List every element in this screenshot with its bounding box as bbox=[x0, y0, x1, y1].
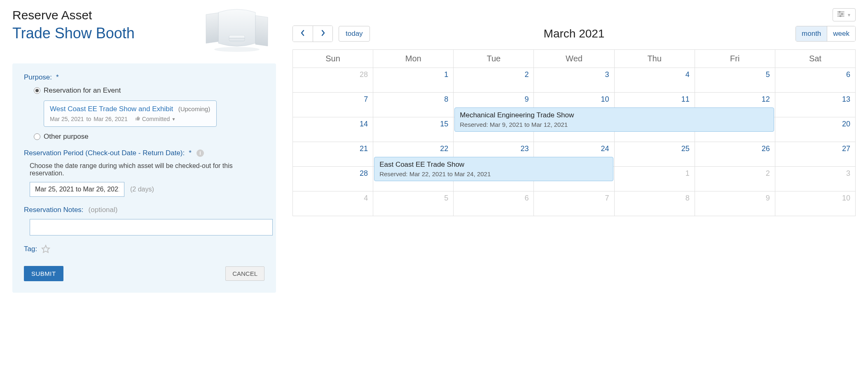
calendar-cell[interactable]: 5 bbox=[695, 68, 775, 93]
info-icon[interactable]: i bbox=[197, 149, 204, 157]
radio-icon bbox=[34, 87, 40, 94]
calendar-daynum: 4 bbox=[293, 191, 373, 205]
days-count: (2 days) bbox=[130, 186, 154, 193]
chevron-down-icon: ▼ bbox=[847, 13, 851, 17]
calendar-daynum: 25 bbox=[615, 142, 695, 156]
calendar-cell[interactable]: 1 bbox=[373, 68, 454, 93]
calendar-cell[interactable]: 8 bbox=[614, 191, 695, 216]
notes-input[interactable] bbox=[30, 219, 273, 235]
calendar-daynum: 10 bbox=[775, 191, 855, 205]
calendar-cell[interactable]: 7 bbox=[534, 191, 614, 216]
booth-image bbox=[198, 8, 276, 55]
svg-marker-6 bbox=[42, 245, 49, 252]
calendar-cell[interactable]: 8 bbox=[373, 93, 454, 117]
today-button[interactable]: today bbox=[339, 26, 370, 42]
calendar-cell[interactable]: 6 bbox=[775, 68, 855, 93]
calendar-cell[interactable]: 21 bbox=[293, 142, 373, 167]
calendar-event-sub: Reserved: Mar 9, 2021 to Mar 12, 2021 bbox=[460, 121, 769, 128]
calendar-event[interactable]: Mechanical Engineering Trade ShowReserve… bbox=[454, 107, 774, 132]
week-view-button[interactable]: week bbox=[827, 26, 855, 41]
event-status: (Upcoming) bbox=[178, 105, 211, 112]
calendar-daynum: 6 bbox=[775, 68, 855, 82]
calendar-day-header: Tue bbox=[454, 50, 534, 68]
calendar-cell[interactable]: 4 bbox=[614, 68, 695, 93]
calendar-daynum: 27 bbox=[775, 142, 855, 156]
calendar-day-header: Wed bbox=[534, 50, 614, 68]
asset-title: Trade Show Booth bbox=[12, 25, 135, 42]
calendar-cell[interactable]: 6 bbox=[454, 191, 534, 216]
sliders-icon bbox=[837, 11, 845, 19]
submit-button[interactable]: SUBMIT bbox=[24, 266, 63, 281]
calendar-daynum: 20 bbox=[775, 117, 855, 131]
calendar-cell[interactable]: 3 bbox=[775, 167, 855, 191]
svg-point-5 bbox=[214, 47, 260, 52]
calendar-cell[interactable]: 9 bbox=[695, 191, 775, 216]
notes-label: Reservation Notes: (optional) bbox=[24, 206, 264, 214]
calendar-daynum: 5 bbox=[373, 191, 453, 205]
calendar-daynum: 23 bbox=[454, 142, 533, 156]
calendar-daynum: 12 bbox=[695, 93, 775, 106]
commit-status-dropdown[interactable]: Committed ▼ bbox=[135, 116, 176, 122]
calendar-day-header: Sun bbox=[293, 50, 373, 68]
calendar-cell[interactable]: 22East Coast EE Trade ShowReserved: Mar … bbox=[373, 142, 454, 167]
calendar-cell[interactable]: 26 bbox=[695, 142, 775, 167]
calendar-day-header: Mon bbox=[373, 50, 454, 68]
date-range-input[interactable] bbox=[30, 182, 124, 197]
calendar-daynum: 8 bbox=[373, 93, 453, 106]
calendar-cell[interactable]: 2 bbox=[454, 68, 534, 93]
calendar-daynum: 13 bbox=[775, 93, 855, 106]
next-button[interactable] bbox=[313, 26, 332, 42]
tag-label: Tag: bbox=[24, 245, 37, 253]
calendar-cell[interactable]: 28 bbox=[293, 167, 373, 191]
calendar-daynum: 7 bbox=[293, 93, 373, 106]
calendar-grid: SunMonTueWedThuFriSat 28123456789Mechani… bbox=[292, 49, 856, 216]
calendar-daynum: 2 bbox=[695, 167, 775, 180]
calendar-title: March 2021 bbox=[544, 27, 605, 40]
radio-other[interactable]: Other purpose bbox=[34, 133, 264, 141]
month-view-button[interactable]: month bbox=[796, 26, 827, 41]
calendar-cell[interactable]: 5 bbox=[373, 191, 454, 216]
calendar-daynum: 3 bbox=[534, 68, 614, 82]
radio-event[interactable]: Reservation for an Event bbox=[34, 86, 264, 95]
svg-point-10 bbox=[842, 14, 843, 15]
calendar-cell[interactable]: 4 bbox=[293, 191, 373, 216]
calendar-daynum: 9 bbox=[454, 93, 533, 106]
chevron-left-icon bbox=[300, 30, 305, 38]
calendar-cell[interactable]: 2 bbox=[695, 167, 775, 191]
svg-rect-1 bbox=[255, 16, 268, 46]
star-icon[interactable] bbox=[41, 245, 50, 254]
calendar-event[interactable]: East Coast EE Trade ShowReserved: Mar 22… bbox=[374, 157, 613, 181]
calendar-cell[interactable]: 1 bbox=[614, 167, 695, 191]
calendar-daynum: 14 bbox=[293, 117, 373, 131]
period-helper: Choose the date range during which asset… bbox=[30, 162, 264, 177]
calendar-daynum: 10 bbox=[534, 93, 614, 106]
calendar-day-header: Sat bbox=[775, 50, 855, 68]
calendar-cell[interactable]: 27 bbox=[775, 142, 855, 167]
purpose-label: Purpose: * bbox=[24, 73, 264, 82]
calendar-cell[interactable]: 15 bbox=[373, 117, 454, 142]
calendar-cell[interactable]: 10 bbox=[775, 191, 855, 216]
radio-icon bbox=[34, 133, 40, 140]
calendar-daynum: 28 bbox=[293, 167, 373, 180]
prev-button[interactable] bbox=[293, 26, 313, 42]
calendar-event-title: Mechanical Engineering Trade Show bbox=[460, 111, 769, 119]
calendar-cell[interactable]: 25 bbox=[614, 142, 695, 167]
svg-point-8 bbox=[839, 12, 840, 13]
calendar-daynum: 9 bbox=[695, 191, 775, 205]
calendar-daynum: 28 bbox=[293, 68, 373, 82]
calendar-cell[interactable]: 9Mechanical Engineering Trade ShowReserv… bbox=[454, 93, 534, 117]
calendar-daynum: 7 bbox=[534, 191, 614, 205]
reservation-form: Purpose: * Reservation for an Event West… bbox=[12, 63, 276, 293]
calendar-cell[interactable]: 3 bbox=[534, 68, 614, 93]
calendar-settings-button[interactable]: ▼ bbox=[833, 8, 856, 21]
calendar-cell[interactable]: 28 bbox=[293, 68, 373, 93]
calendar-event-title: East Coast EE Trade Show bbox=[379, 161, 608, 169]
calendar-daynum: 8 bbox=[615, 191, 695, 205]
calendar-daynum: 26 bbox=[695, 142, 775, 156]
cancel-button[interactable]: CANCEL bbox=[225, 266, 264, 281]
calendar-cell[interactable]: 13 bbox=[775, 93, 855, 117]
calendar-cell[interactable]: 20 bbox=[775, 117, 855, 142]
calendar-cell[interactable]: 7 bbox=[293, 93, 373, 117]
selected-event-card[interactable]: West Coast EE Trade Show and Exhibit (Up… bbox=[44, 100, 217, 127]
calendar-cell[interactable]: 14 bbox=[293, 117, 373, 142]
